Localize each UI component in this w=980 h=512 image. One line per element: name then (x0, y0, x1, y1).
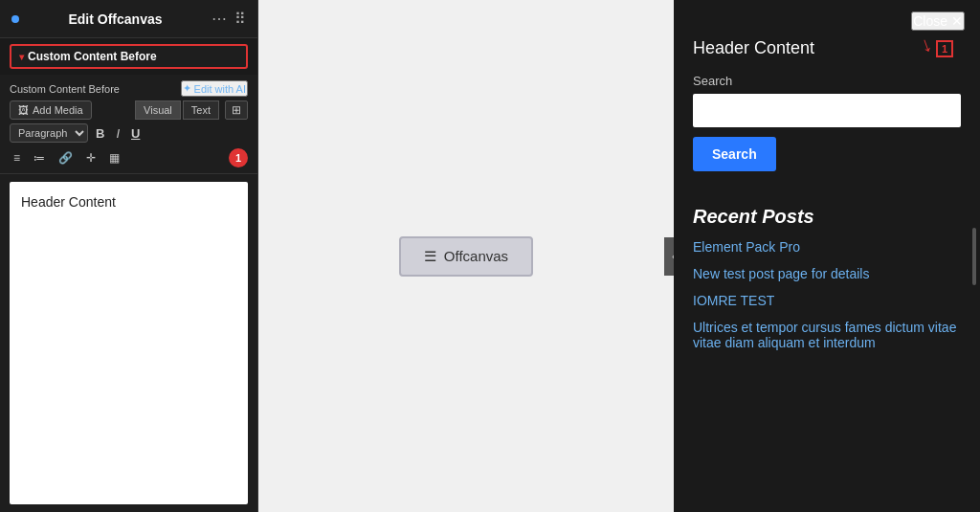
add-media-label: Add Media (33, 104, 83, 116)
close-label: Close (913, 13, 947, 29)
blue-dot-icon (11, 15, 19, 23)
header-content-section: Header Content ↑ 1 (693, 38, 961, 58)
format-row: Paragraph B I U (10, 123, 248, 143)
scrollbar-handle[interactable] (972, 228, 976, 285)
badge-number: 1 (229, 148, 248, 167)
close-x-icon: ✕ (951, 13, 963, 29)
tab-label: Custom Content Before (28, 50, 157, 63)
visual-view-button[interactable]: Visual (135, 100, 181, 120)
close-button[interactable]: Close ✕ (911, 11, 965, 31)
list-item[interactable]: New test post page for details (693, 266, 961, 281)
header-content-title: Header Content (693, 38, 814, 57)
editor-toolbar: Custom Content Before ✦ Edit with AI 🖼 A… (0, 75, 257, 174)
list-item[interactable]: Element Pack Pro (693, 239, 961, 255)
add-media-icon: 🖼 (18, 104, 29, 116)
left-panel: Edit Offcanvas ⋯ ⠿ ▾ Custom Content Befo… (0, 0, 258, 512)
unordered-list-button[interactable]: ≡ (10, 149, 24, 167)
add-media-button[interactable]: 🖼 Add Media (10, 100, 92, 120)
dots-icon[interactable]: ⋯ (212, 10, 227, 28)
table-button[interactable]: ⊞ (225, 100, 248, 120)
underline-button[interactable]: U (127, 124, 144, 143)
red-arrow-annotation-icon: ↑ (918, 33, 936, 60)
offcanvas-label: Offcanvas (444, 248, 508, 264)
tab-arrow-icon: ▾ (19, 52, 24, 62)
search-input[interactable] (693, 94, 961, 127)
editor-content-area[interactable]: Header Content (10, 182, 248, 504)
toolbar-row1: Custom Content Before ✦ Edit with AI (10, 80, 248, 97)
search-section: Search Search (693, 74, 961, 190)
view-toggle: Visual Text (135, 100, 219, 120)
format-select[interactable]: Paragraph (10, 123, 88, 143)
recent-posts-title: Recent Posts (693, 206, 961, 228)
right-panel-header: Close ✕ (674, 0, 980, 31)
extra-row: ≡ ≔ 🔗 ✛ ▦ 1 (10, 148, 248, 167)
hamburger-icon: ☰ (424, 248, 436, 265)
left-header: Edit Offcanvas ⋯ ⠿ (0, 0, 257, 38)
text-view-button[interactable]: Text (183, 100, 219, 120)
toolbar-content-label: Custom Content Before (10, 83, 120, 95)
search-field-label: Search (693, 74, 961, 88)
right-panel: Close ✕ Header Content ↑ 1 Search Search… (674, 0, 980, 512)
edit-with-ai-button[interactable]: ✦ Edit with AI (181, 80, 248, 97)
offcanvas-button[interactable]: ☰ Offcanvas (399, 236, 533, 277)
grid-icon[interactable]: ⠿ (234, 10, 246, 28)
tab-section: ▾ Custom Content Before (0, 38, 257, 75)
editor-text-content: Header Content (21, 194, 116, 210)
link-button[interactable]: 🔗 (55, 149, 77, 167)
custom-content-before-tab[interactable]: ▾ Custom Content Before (10, 44, 248, 69)
recent-posts-section: Recent Posts Element Pack Pro New test p… (693, 206, 961, 350)
toolbar-row2: 🖼 Add Media Visual Text ⊞ (10, 100, 248, 120)
ordered-list-button[interactable]: ≔ (30, 149, 49, 167)
list-item[interactable]: IOMRE TEST (693, 293, 961, 308)
center-panel: ☰ Offcanvas ‹ (258, 0, 674, 512)
right-panel-content: Header Content ↑ 1 Search Search Recent … (674, 31, 980, 512)
more-button[interactable]: ✛ (82, 149, 100, 167)
search-button[interactable]: Search (693, 137, 776, 171)
layout-button[interactable]: ▦ (105, 149, 123, 167)
edit-ai-label: Edit with AI (194, 83, 246, 95)
bold-button[interactable]: B (92, 124, 108, 143)
badge-annotation: 1 (936, 40, 953, 57)
italic-button[interactable]: I (112, 124, 123, 143)
ai-sparkle-icon: ✦ (183, 82, 191, 95)
left-panel-title: Edit Offcanvas (68, 11, 162, 27)
header-icons: ⋯ ⠿ (212, 10, 246, 28)
list-item[interactable]: Ultrices et tempor cursus fames dictum v… (693, 320, 961, 350)
